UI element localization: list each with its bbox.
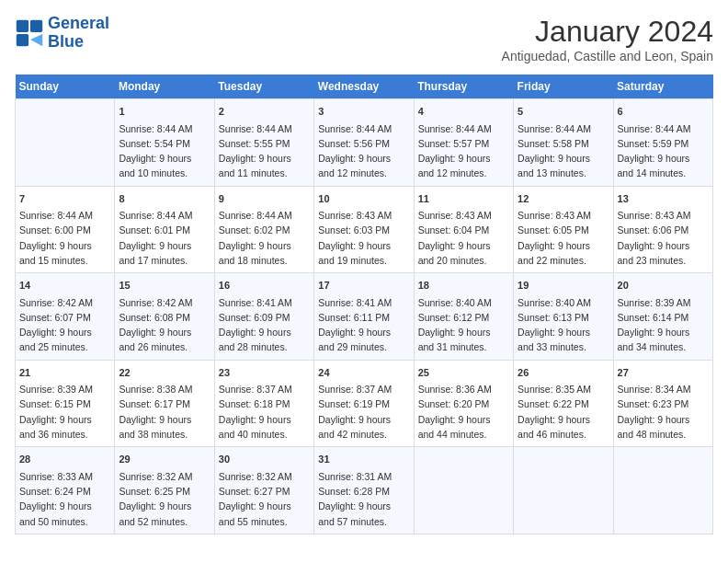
calendar-cell: 11Sunrise: 8:43 AMSunset: 6:04 PMDayligh…: [414, 186, 513, 273]
calendar-cell: 2Sunrise: 8:44 AMSunset: 5:55 PMDaylight…: [214, 99, 313, 187]
calendar-cell: 3Sunrise: 8:44 AMSunset: 5:56 PMDaylight…: [314, 99, 414, 187]
calendar-cell: 18Sunrise: 8:40 AMSunset: 6:12 PMDayligh…: [414, 273, 513, 361]
day-number: 10: [318, 191, 409, 207]
cell-content: Sunrise: 8:33 AMSunset: 6:24 PMDaylight:…: [19, 469, 110, 529]
svg-rect-0: [17, 20, 28, 32]
cell-content: Sunrise: 8:32 AMSunset: 6:27 PMDaylight:…: [219, 469, 310, 529]
column-header-saturday: Saturday: [613, 75, 712, 99]
day-number: 28: [19, 452, 110, 467]
cell-content: Sunrise: 8:37 AMSunset: 6:18 PMDaylight:…: [219, 382, 310, 442]
day-number: 13: [618, 191, 709, 207]
subtitle: Antiguedad, Castille and Leon, Spain: [502, 49, 713, 63]
cell-content: Sunrise: 8:36 AMSunset: 6:20 PMDaylight:…: [418, 382, 509, 442]
svg-rect-1: [30, 20, 42, 32]
logo: General Blue: [15, 15, 109, 52]
day-number: 15: [119, 278, 210, 293]
calendar-cell: 27Sunrise: 8:34 AMSunset: 6:23 PMDayligh…: [613, 360, 712, 447]
day-number: 23: [219, 365, 310, 381]
calendar-week-row: 28Sunrise: 8:33 AMSunset: 6:24 PMDayligh…: [16, 447, 713, 534]
day-number: 3: [318, 104, 409, 120]
calendar-week-row: 14Sunrise: 8:42 AMSunset: 6:07 PMDayligh…: [16, 273, 713, 361]
cell-content: Sunrise: 8:44 AMSunset: 5:54 PMDaylight:…: [119, 121, 210, 181]
calendar-cell: 9Sunrise: 8:44 AMSunset: 6:02 PMDaylight…: [214, 186, 313, 273]
day-number: 18: [418, 278, 509, 293]
cell-content: Sunrise: 8:43 AMSunset: 6:03 PMDaylight:…: [318, 208, 409, 268]
calendar-header-row: SundayMondayTuesdayWednesdayThursdayFrid…: [16, 75, 713, 99]
calendar-cell: 28Sunrise: 8:33 AMSunset: 6:24 PMDayligh…: [16, 447, 115, 534]
day-number: 21: [19, 365, 110, 381]
day-number: 30: [219, 452, 310, 467]
calendar-cell: 30Sunrise: 8:32 AMSunset: 6:27 PMDayligh…: [214, 447, 313, 534]
title-block: January 2024 Antiguedad, Castille and Le…: [502, 15, 713, 63]
day-number: 2: [219, 104, 310, 120]
day-number: 6: [618, 104, 709, 120]
cell-content: Sunrise: 8:41 AMSunset: 6:09 PMDaylight:…: [219, 295, 310, 355]
cell-content: Sunrise: 8:35 AMSunset: 6:22 PMDaylight:…: [518, 382, 609, 442]
day-number: 5: [518, 104, 609, 120]
day-number: 9: [219, 191, 310, 207]
cell-content: Sunrise: 8:44 AMSunset: 5:59 PMDaylight:…: [618, 121, 709, 181]
day-number: 11: [418, 191, 509, 207]
cell-content: Sunrise: 8:40 AMSunset: 6:12 PMDaylight:…: [418, 295, 509, 355]
cell-content: Sunrise: 8:31 AMSunset: 6:28 PMDaylight:…: [318, 469, 409, 529]
column-header-monday: Monday: [115, 75, 214, 99]
column-header-wednesday: Wednesday: [314, 75, 414, 99]
logo-text-line2: Blue: [48, 33, 109, 52]
calendar-cell: 23Sunrise: 8:37 AMSunset: 6:18 PMDayligh…: [214, 360, 313, 447]
day-number: 1: [119, 104, 210, 120]
calendar-cell: 15Sunrise: 8:42 AMSunset: 6:08 PMDayligh…: [115, 273, 214, 361]
calendar-week-row: 7Sunrise: 8:44 AMSunset: 6:00 PMDaylight…: [16, 186, 713, 273]
calendar-table: SundayMondayTuesdayWednesdayThursdayFrid…: [15, 75, 713, 534]
calendar-cell: 25Sunrise: 8:36 AMSunset: 6:20 PMDayligh…: [414, 360, 513, 447]
day-number: 7: [19, 191, 110, 207]
cell-content: Sunrise: 8:40 AMSunset: 6:13 PMDaylight:…: [518, 295, 609, 355]
cell-content: Sunrise: 8:43 AMSunset: 6:05 PMDaylight:…: [518, 208, 609, 268]
calendar-cell: 24Sunrise: 8:37 AMSunset: 6:19 PMDayligh…: [314, 360, 414, 447]
calendar-cell: 10Sunrise: 8:43 AMSunset: 6:03 PMDayligh…: [314, 186, 414, 273]
calendar-cell: [613, 447, 712, 534]
calendar-cell: [16, 99, 115, 187]
calendar-cell: 16Sunrise: 8:41 AMSunset: 6:09 PMDayligh…: [214, 273, 313, 361]
cell-content: Sunrise: 8:44 AMSunset: 5:57 PMDaylight:…: [418, 121, 509, 181]
cell-content: Sunrise: 8:38 AMSunset: 6:17 PMDaylight:…: [119, 382, 210, 442]
day-number: 29: [119, 452, 210, 467]
cell-content: Sunrise: 8:44 AMSunset: 5:56 PMDaylight:…: [318, 121, 409, 181]
cell-content: Sunrise: 8:34 AMSunset: 6:23 PMDaylight:…: [618, 382, 709, 442]
logo-icon: [15, 18, 44, 48]
calendar-cell: 13Sunrise: 8:43 AMSunset: 6:06 PMDayligh…: [613, 186, 712, 273]
calendar-cell: 4Sunrise: 8:44 AMSunset: 5:57 PMDaylight…: [414, 99, 513, 187]
svg-marker-3: [30, 34, 42, 46]
calendar-cell: 29Sunrise: 8:32 AMSunset: 6:25 PMDayligh…: [115, 447, 214, 534]
calendar-cell: 26Sunrise: 8:35 AMSunset: 6:22 PMDayligh…: [514, 360, 613, 447]
calendar-cell: 6Sunrise: 8:44 AMSunset: 5:59 PMDaylight…: [613, 99, 712, 187]
calendar-cell: [414, 447, 513, 534]
cell-content: Sunrise: 8:39 AMSunset: 6:14 PMDaylight:…: [618, 295, 709, 355]
day-number: 20: [618, 278, 709, 293]
calendar-cell: 12Sunrise: 8:43 AMSunset: 6:05 PMDayligh…: [514, 186, 613, 273]
calendar-cell: 5Sunrise: 8:44 AMSunset: 5:58 PMDaylight…: [514, 99, 613, 187]
page-header: General Blue January 2024 Antiguedad, Ca…: [15, 15, 713, 63]
cell-content: Sunrise: 8:32 AMSunset: 6:25 PMDaylight:…: [119, 469, 210, 529]
cell-content: Sunrise: 8:37 AMSunset: 6:19 PMDaylight:…: [318, 382, 409, 442]
calendar-cell: 20Sunrise: 8:39 AMSunset: 6:14 PMDayligh…: [613, 273, 712, 361]
cell-content: Sunrise: 8:42 AMSunset: 6:08 PMDaylight:…: [119, 295, 210, 355]
calendar-cell: 1Sunrise: 8:44 AMSunset: 5:54 PMDaylight…: [115, 99, 214, 187]
day-number: 22: [119, 365, 210, 381]
cell-content: Sunrise: 8:44 AMSunset: 5:55 PMDaylight:…: [219, 121, 310, 181]
calendar-cell: 17Sunrise: 8:41 AMSunset: 6:11 PMDayligh…: [314, 273, 414, 361]
calendar-cell: [514, 447, 613, 534]
day-number: 19: [518, 278, 609, 293]
day-number: 14: [19, 278, 110, 293]
calendar-cell: 14Sunrise: 8:42 AMSunset: 6:07 PMDayligh…: [16, 273, 115, 361]
calendar-cell: 22Sunrise: 8:38 AMSunset: 6:17 PMDayligh…: [115, 360, 214, 447]
logo-text-line1: General: [48, 15, 109, 33]
cell-content: Sunrise: 8:44 AMSunset: 5:58 PMDaylight:…: [518, 121, 609, 181]
svg-rect-2: [17, 34, 28, 46]
calendar-week-row: 21Sunrise: 8:39 AMSunset: 6:15 PMDayligh…: [16, 360, 713, 447]
cell-content: Sunrise: 8:39 AMSunset: 6:15 PMDaylight:…: [19, 382, 110, 442]
column-header-thursday: Thursday: [414, 75, 513, 99]
day-number: 16: [219, 278, 310, 293]
cell-content: Sunrise: 8:44 AMSunset: 6:00 PMDaylight:…: [19, 208, 110, 268]
cell-content: Sunrise: 8:43 AMSunset: 6:04 PMDaylight:…: [418, 208, 509, 268]
cell-content: Sunrise: 8:42 AMSunset: 6:07 PMDaylight:…: [19, 295, 110, 355]
